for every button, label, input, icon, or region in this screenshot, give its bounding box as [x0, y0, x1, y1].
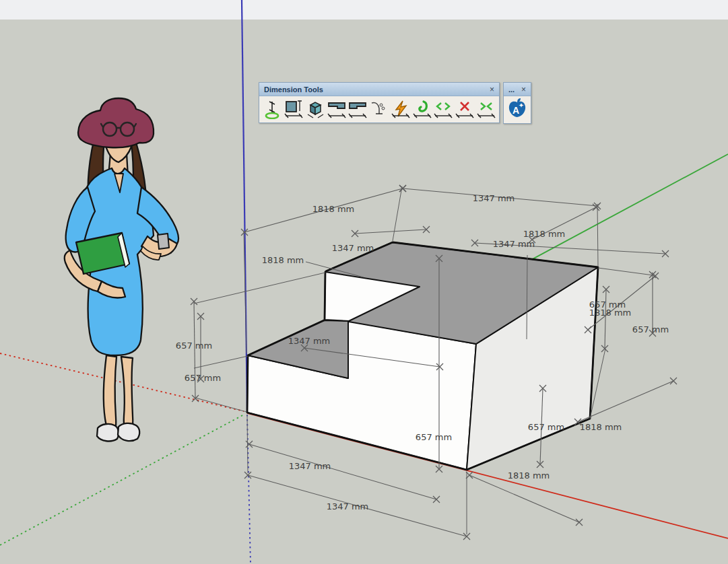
dimension-line — [469, 475, 579, 522]
dim-extension-line — [194, 273, 325, 304]
green-hook-icon[interactable] — [411, 98, 432, 120]
rotated-dim-icon[interactable] — [262, 98, 283, 120]
dim-extension-line — [194, 356, 248, 368]
face-dim-alt-icon[interactable] — [348, 98, 368, 120]
mini-toolbar-titlebar[interactable]: ... × — [504, 83, 531, 96]
dim-extension-line — [195, 398, 246, 412]
toolbar-titlebar[interactable]: Dimension Tools × — [259, 83, 499, 96]
dimension-label[interactable]: 1818 mm — [312, 204, 355, 214]
dimension-label[interactable]: 1818 mm — [508, 470, 550, 481]
box-dim-icon[interactable] — [304, 98, 325, 120]
face-dim-icon[interactable] — [326, 98, 347, 120]
expand-marks-icon[interactable] — [433, 98, 454, 120]
delete-dim-icon[interactable] — [455, 98, 475, 120]
dimension-label[interactable]: 1818 mm — [589, 308, 632, 318]
dimension-label[interactable]: 657 mm — [416, 432, 452, 442]
toolbar-title: Dimension Tools — [264, 85, 488, 94]
dim-extension-line — [393, 186, 402, 241]
mini-toolbar-close-icon[interactable]: × — [520, 85, 527, 94]
dimension-label[interactable]: 1818 mm — [580, 422, 622, 432]
toolbar-icon-row — [259, 96, 499, 122]
dim-extension-line — [247, 415, 248, 473]
dimension-label[interactable]: 657 mm — [528, 422, 564, 432]
mini-toolbar-title: ... — [508, 85, 520, 94]
dimension-label[interactable]: 657 mm — [632, 324, 669, 334]
close-marks-icon[interactable] — [475, 98, 496, 120]
dimension-label[interactable]: 1818 mm — [262, 255, 304, 265]
dim-extension-line — [597, 204, 598, 266]
dimension-label[interactable]: 1818 mm — [523, 229, 566, 239]
flash-update-icon[interactable] — [390, 98, 411, 120]
dimension-label[interactable]: 657 mm — [185, 373, 221, 383]
dimension-label[interactable]: 1347 mm — [327, 501, 369, 512]
rect-dim-icon[interactable] — [284, 98, 304, 120]
toolbar-close-icon[interactable]: × — [488, 85, 496, 94]
apple-plugin-icon[interactable]: A ✦ — [507, 98, 528, 119]
dimension-label[interactable]: 1347 mm — [493, 239, 535, 249]
dimension-line — [605, 289, 606, 349]
dimension-label[interactable]: 1347 mm — [332, 243, 374, 253]
dimension-label[interactable]: 1347 mm — [288, 336, 331, 346]
mini-toolbar[interactable]: ... × A ✦ — [503, 82, 531, 124]
dimension-label[interactable]: 657 mm — [176, 341, 212, 351]
dimension-label[interactable]: 1347 mm — [289, 461, 331, 471]
leader-dim-icon[interactable] — [369, 98, 390, 120]
sketchup-viewport: 1818 mm1347 mm1818 mm1347 mm1347 mm1818 … — [0, 0, 728, 564]
dimension-label[interactable]: 1347 mm — [473, 193, 515, 203]
dim-extension-line — [598, 268, 653, 275]
dimension-tools-toolbar[interactable]: Dimension Tools × — [259, 82, 500, 123]
scale-figure-person[interactable] — [65, 98, 178, 441]
svg-text:✦: ✦ — [519, 102, 524, 109]
dimension-line — [355, 230, 426, 234]
